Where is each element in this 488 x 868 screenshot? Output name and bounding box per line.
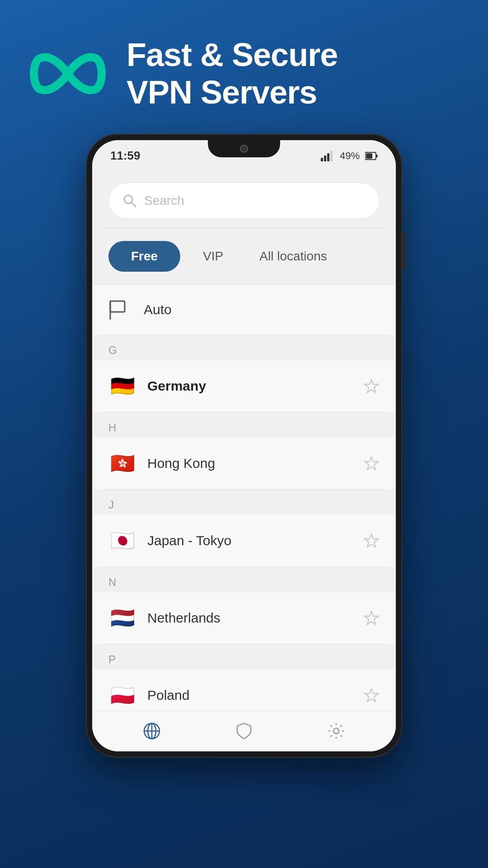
list-item[interactable]: 🇯🇵 Japan - Tokyo [92, 515, 396, 566]
star-netherlands[interactable] [363, 610, 380, 626]
svg-rect-6 [366, 153, 372, 159]
status-bar: 11:59 49% [92, 140, 396, 172]
bottom-navigation [92, 711, 396, 751]
auto-item[interactable]: Auto [92, 285, 396, 335]
section-header-p: P [92, 644, 396, 670]
star-poland[interactable] [363, 687, 380, 703]
flag-japan: 🇯🇵 [108, 527, 136, 555]
flag-germany: 🇩🇪 [108, 372, 136, 400]
section-header-h: H [92, 412, 396, 438]
server-name-germany: Germany [147, 378, 352, 394]
svg-rect-5 [376, 155, 378, 157]
auto-label: Auto [144, 302, 172, 317]
search-icon [122, 193, 137, 208]
tab-all-locations[interactable]: All locations [246, 241, 340, 272]
app-content: Search Free VIP All locations [92, 172, 396, 751]
server-name-japan: Japan - Tokyo [147, 533, 352, 548]
header-title: Fast & Secure VPN Servers [127, 36, 338, 111]
battery-icon [365, 151, 378, 160]
phone-mockup-wrapper: 11:59 49% [68, 134, 420, 868]
nav-item-globe[interactable] [142, 722, 161, 741]
server-name-poland: Poland [147, 688, 352, 703]
svg-rect-9 [110, 301, 125, 312]
auto-flag-icon [108, 297, 133, 322]
flag-poland: 🇵🇱 [108, 681, 136, 709]
server-name-hongkong: Hong Kong [147, 456, 352, 471]
nav-item-settings[interactable] [327, 722, 346, 741]
search-placeholder: Search [144, 193, 184, 208]
battery-level: 49% [340, 150, 360, 162]
svg-marker-14 [365, 612, 378, 624]
phone-side-button [402, 233, 406, 269]
section-header-g: G [92, 335, 396, 360]
app-logo [27, 49, 108, 99]
search-bar[interactable]: Search [108, 183, 380, 219]
phone-screen: 11:59 49% [92, 140, 396, 751]
server-list: Auto G 🇩🇪 Germany H [92, 285, 396, 711]
list-item[interactable]: 🇵🇱 Poland [92, 670, 396, 711]
svg-point-20 [333, 728, 339, 734]
server-name-netherlands: Netherlands [147, 610, 352, 626]
phone-frame: 11:59 49% [86, 134, 402, 758]
status-right-icons: 49% [321, 150, 378, 162]
star-japan[interactable] [363, 533, 380, 549]
section-header-j: J [92, 490, 396, 515]
signal-icon [321, 151, 334, 161]
svg-line-8 [131, 203, 136, 207]
svg-rect-3 [330, 151, 333, 161]
nav-item-shield[interactable] [235, 722, 253, 741]
status-time: 11:59 [110, 149, 141, 163]
svg-marker-12 [365, 457, 378, 470]
list-item[interactable]: 🇭🇰 Hong Kong [92, 438, 396, 489]
tabs-container: Free VIP All locations [92, 228, 396, 284]
svg-marker-13 [365, 534, 378, 547]
star-germany[interactable] [363, 378, 380, 394]
svg-rect-2 [327, 153, 329, 161]
list-item[interactable]: 🇳🇱 Netherlands [92, 592, 396, 644]
list-item[interactable]: 🇩🇪 Germany [92, 360, 396, 412]
flag-netherlands: 🇳🇱 [108, 604, 136, 632]
tab-vip[interactable]: VIP [180, 241, 246, 272]
header-area: Fast & Secure VPN Servers [0, 0, 488, 129]
section-header-n: N [92, 567, 396, 592]
camera [240, 145, 248, 153]
star-hongkong[interactable] [363, 455, 380, 472]
tab-free[interactable]: Free [108, 241, 180, 272]
svg-marker-11 [365, 380, 378, 392]
svg-rect-0 [321, 158, 323, 161]
notch [208, 140, 280, 157]
search-container: Search [92, 172, 396, 228]
svg-rect-1 [324, 156, 326, 161]
flag-hongkong: 🇭🇰 [108, 449, 136, 477]
svg-marker-15 [365, 689, 378, 702]
